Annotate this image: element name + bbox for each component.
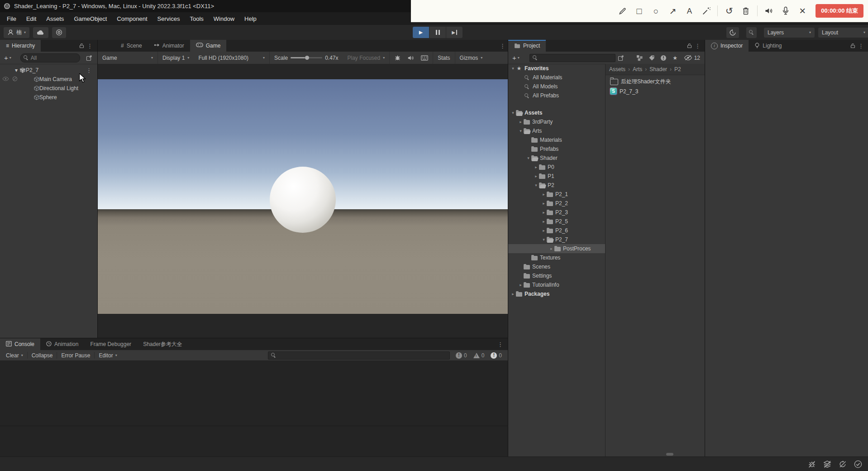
play-button[interactable]: ▶ xyxy=(413,27,429,38)
breadcrumb-shader[interactable]: Shader xyxy=(649,66,667,72)
add-object-button[interactable]: + ▾ xyxy=(2,54,13,62)
error-pause-button[interactable]: Error Pause xyxy=(58,350,93,360)
tab-game[interactable]: Game xyxy=(190,40,227,52)
step-button[interactable]: ▶ xyxy=(446,27,463,38)
foldout-arrow-icon[interactable]: ▾ xyxy=(510,66,516,71)
stats-button[interactable]: Stats xyxy=(433,52,454,64)
foldout-arrow-icon[interactable]: ▸ xyxy=(518,283,524,287)
foldout-arrow-icon[interactable]: ▾ xyxy=(518,129,524,133)
clear-button[interactable]: Clear ▾ xyxy=(3,350,26,360)
play-focused-dropdown[interactable]: Play Focused ▾ xyxy=(343,52,390,64)
project-tree-item-all-prefabs[interactable]: All Prefabs xyxy=(508,91,605,100)
project-tree-item-p2-2[interactable]: ▸P2_2 xyxy=(508,199,605,208)
project-tree-item-packages[interactable]: ▸Packages xyxy=(508,289,605,298)
project-tree-item-scenes[interactable]: Scenes xyxy=(508,262,605,271)
tab-shader[interactable]: Shader参考大全 xyxy=(137,338,188,350)
kebab-menu-icon[interactable]: ⋮ xyxy=(496,341,508,348)
trash-icon[interactable] xyxy=(740,5,751,16)
file-item-p2-7-3[interactable]: SP2_7_3 xyxy=(606,87,705,96)
kebab-menu-icon[interactable]: ⋮ xyxy=(84,67,94,74)
auto-refresh-disabled-icon[interactable] xyxy=(838,460,847,469)
menu-file[interactable]: File xyxy=(2,12,21,25)
undo-history-button[interactable] xyxy=(726,27,739,38)
lock-icon[interactable] xyxy=(687,43,692,48)
foldout-arrow-icon[interactable]: ▾ xyxy=(533,183,539,187)
pencil-icon[interactable] xyxy=(617,5,628,16)
foldout-arrow-icon[interactable]: ▾ xyxy=(15,67,18,73)
foldout-arrow-icon[interactable]: ▸ xyxy=(541,219,547,224)
foldout-arrow-icon[interactable]: ▸ xyxy=(533,174,539,178)
menu-tools[interactable]: Tools xyxy=(185,12,208,25)
display-dropdown[interactable]: Display 1 ▾ xyxy=(157,52,194,64)
error-count-badge[interactable]: ! 0 xyxy=(487,352,505,359)
breadcrumb-assets[interactable]: Assets xyxy=(609,66,625,72)
project-tree-item-p2-3[interactable]: ▸P2_3 xyxy=(508,208,605,217)
project-tree-item-all-models[interactable]: All Models xyxy=(508,82,605,91)
scene-picker-icon[interactable] xyxy=(86,55,92,61)
info-count-badge[interactable]: ! 0 xyxy=(453,352,470,359)
rectangle-tool-icon[interactable]: □ xyxy=(634,5,644,16)
debugger-disabled-icon[interactable] xyxy=(807,460,816,469)
console-search-input[interactable] xyxy=(278,352,447,359)
warning-count-badge[interactable]: 0 xyxy=(470,352,488,359)
menu-window[interactable]: Window xyxy=(209,12,239,25)
tab-hierarchy[interactable]: ≡ Hierarchy xyxy=(0,40,41,52)
search-by-type-icon[interactable] xyxy=(636,55,643,61)
foldout-arrow-icon[interactable]: ▾ xyxy=(510,111,516,115)
magic-wand-icon[interactable] xyxy=(701,5,711,16)
recording-timer-stop-button[interactable]: 00:00:00 结束 xyxy=(816,4,863,18)
menu-services[interactable]: Services xyxy=(153,12,185,25)
foldout-arrow-icon[interactable]: ▸ xyxy=(548,246,554,251)
resolution-dropdown[interactable]: Full HD (1920x1080) ▾ xyxy=(194,52,269,64)
pickability-icon[interactable] xyxy=(12,76,18,83)
foldout-arrow-icon[interactable]: ▸ xyxy=(533,165,539,169)
menu-gameobject[interactable]: GameObject xyxy=(69,12,112,25)
menu-assets[interactable]: Assets xyxy=(41,12,69,25)
foldout-arrow-icon[interactable]: ▸ xyxy=(541,201,547,206)
console-log-list[interactable] xyxy=(0,361,508,457)
project-tree-item-p2-1[interactable]: ▸P2_1 xyxy=(508,190,605,199)
visibility-eye-icon[interactable] xyxy=(2,76,9,83)
lock-icon[interactable] xyxy=(79,43,84,48)
menu-component[interactable]: Component xyxy=(112,12,152,25)
arrow-tool-icon[interactable]: ↗ xyxy=(667,5,678,16)
project-tree-item-tutorialinfo[interactable]: ▸TutorialInfo xyxy=(508,280,605,289)
project-tree-item-favorites[interactable]: ▾★Favorites xyxy=(508,64,605,73)
save-search-icon[interactable] xyxy=(618,55,624,61)
project-tree-item-postproces[interactable]: ▸PostProces xyxy=(508,244,605,253)
search-button[interactable] xyxy=(746,27,757,38)
foldout-arrow-icon[interactable]: ▸ xyxy=(541,192,547,197)
game-view[interactable] xyxy=(98,64,508,338)
tab-animator[interactable]: Animator xyxy=(148,40,190,52)
layers-dropdown[interactable]: Layers ▾ xyxy=(764,28,815,38)
tab-scene[interactable]: #Scene xyxy=(115,40,148,52)
project-tree-item-p2[interactable]: ▾P2 xyxy=(508,181,605,190)
kebab-menu-icon[interactable]: ⋮ xyxy=(498,43,508,49)
project-tree-item-prefabs[interactable]: Prefabs xyxy=(508,144,605,154)
foldout-arrow-icon[interactable]: ▸ xyxy=(541,210,547,215)
hidden-count-button[interactable]: 12 xyxy=(684,55,700,61)
foldout-arrow-icon[interactable]: ▸ xyxy=(518,120,524,124)
layout-dropdown[interactable]: Layout ▾ xyxy=(818,28,868,38)
horizontal-scrollbar-thumb[interactable] xyxy=(666,453,673,456)
project-tree-item-materials[interactable]: Materials xyxy=(508,135,605,144)
game-mode-dropdown[interactable]: Game ▾ xyxy=(98,52,157,64)
mute-audio-icon[interactable] xyxy=(407,55,415,61)
menu-edit[interactable]: Edit xyxy=(21,12,41,25)
menu-help[interactable]: Help xyxy=(239,12,262,25)
account-button[interactable]: 楠 ▾ xyxy=(4,27,29,38)
tab-lighting[interactable]: Lighting xyxy=(749,40,787,52)
tab-inspector[interactable]: i Inspector xyxy=(705,40,749,52)
lock-icon[interactable] xyxy=(850,43,855,48)
foldout-arrow-icon[interactable]: ▾ xyxy=(525,156,531,160)
text-tool-icon[interactable]: A xyxy=(684,5,695,16)
scale-slider[interactable] xyxy=(291,57,322,58)
ellipse-tool-icon[interactable]: ○ xyxy=(650,5,661,16)
hierarchy-item-sphere[interactable]: Sphere xyxy=(0,93,97,102)
project-tree-item-textures[interactable]: Textures xyxy=(508,253,605,262)
breadcrumb-arts[interactable]: Arts xyxy=(633,66,642,72)
project-tree-item-p2-5[interactable]: ▸P2_5 xyxy=(508,217,605,226)
search-by-label-icon[interactable] xyxy=(649,55,655,61)
foldout-arrow-icon[interactable]: ▸ xyxy=(541,228,547,233)
add-asset-button[interactable]: + ▾ xyxy=(510,54,521,62)
